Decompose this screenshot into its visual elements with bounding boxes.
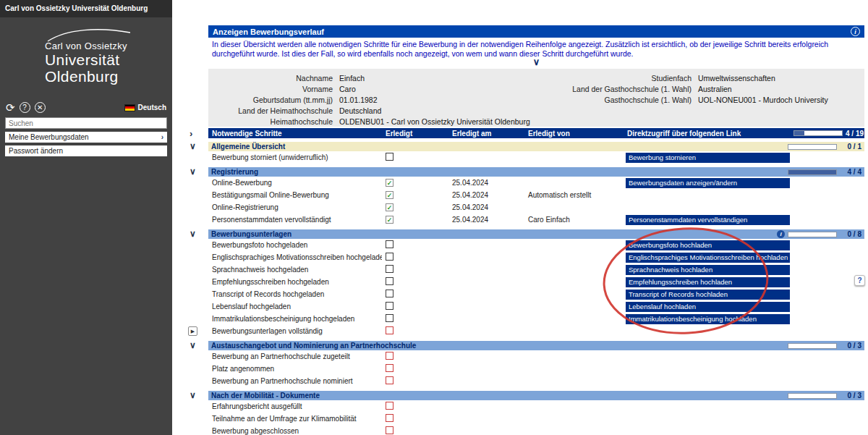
step-action-button[interactable]: Bewerbungsfoto hochladen bbox=[626, 240, 790, 250]
collapse-row: ∨ bbox=[208, 59, 864, 67]
table-row: Online-Registrierung✓25.04.2024 bbox=[208, 201, 864, 214]
personal-field-label: Heimathochschule bbox=[208, 117, 333, 127]
step-checkbox[interactable]: ✓ bbox=[386, 216, 393, 224]
section-info-icon[interactable]: i bbox=[777, 230, 785, 238]
language-switch[interactable]: Deutsch bbox=[124, 104, 166, 111]
sidebar-item-meine-bewerbungsdaten[interactable]: Meine Bewerbungsdaten › bbox=[5, 132, 167, 143]
step-checkbox[interactable] bbox=[386, 265, 393, 273]
step-checkbox[interactable] bbox=[386, 376, 393, 384]
step-action-button[interactable]: Bewerbungsdaten anzeigen/ändern bbox=[626, 178, 790, 188]
step-name-cell: Personenstammdaten vervollständigt bbox=[208, 216, 382, 224]
section-title: Registrierung bbox=[211, 168, 258, 176]
step-label: Bewerbung abgeschlossen bbox=[212, 427, 299, 435]
step-checkbox[interactable] bbox=[386, 326, 393, 334]
step-link-cell: Empfehlungsschreiben hochladen bbox=[624, 277, 792, 287]
section-progress: 4 / 4 bbox=[788, 168, 861, 176]
step-link-cell: Sprachnachweis hochladen bbox=[624, 265, 792, 275]
step-checkbox[interactable]: ✓ bbox=[386, 203, 393, 211]
step-action-button[interactable]: Immatrikulationsbescheinigung hochladen bbox=[626, 314, 790, 324]
help-icon[interactable]: ? bbox=[20, 102, 30, 113]
step-name-cell: Erfahrungsbericht ausgefüllt bbox=[208, 402, 382, 410]
step-action-button[interactable]: Lebenslauf hochladen bbox=[626, 302, 790, 312]
personal-field-label: Gasthochschule (1. Wahl) bbox=[483, 96, 692, 105]
section-collapse-chevron[interactable]: ∨ bbox=[190, 143, 196, 151]
steps-table-body: ∨Allgemeine Übersicht0 / 1Bewerbung stor… bbox=[208, 142, 864, 435]
applicant-summary: NachnameEinfachVornameCaroGeburtsdatum (… bbox=[208, 69, 864, 127]
step-checkbox[interactable] bbox=[386, 240, 393, 248]
step-checkbox[interactable] bbox=[386, 426, 393, 434]
step-action-button[interactable]: Transcript of Records hochladen bbox=[626, 290, 790, 300]
step-by-cell: Caro Einfach bbox=[524, 216, 624, 224]
step-name-cell: Online-Registrierung bbox=[208, 203, 382, 211]
section-progress-bar bbox=[788, 343, 837, 349]
help-button[interactable]: ? bbox=[854, 275, 865, 286]
step-label: Bestätigungsmail Online-Bewerbung bbox=[212, 191, 329, 199]
step-label: Online-Bewerbung bbox=[212, 179, 272, 187]
collapse-details-chevron[interactable]: ∨ bbox=[533, 56, 540, 67]
step-action-button[interactable]: Bewerbung stornieren bbox=[626, 153, 790, 163]
table-row: Teilnahme an der Umfrage zur Klimamobili… bbox=[208, 413, 864, 425]
step-checkbox[interactable]: ✓ bbox=[386, 179, 393, 187]
table-row: Immatrikulationsbescheinigung hochgelade… bbox=[208, 313, 864, 325]
section-progress: i0 / 8 bbox=[777, 230, 861, 238]
step-done-cell bbox=[382, 364, 448, 373]
section-collapse-chevron[interactable]: ∨ bbox=[190, 342, 196, 350]
execute-step-button[interactable]: ▶ bbox=[188, 326, 197, 336]
section-collapse-chevron[interactable]: ∨ bbox=[190, 168, 196, 176]
step-checkbox[interactable] bbox=[386, 253, 393, 261]
german-flag-icon bbox=[124, 104, 135, 111]
step-checkbox[interactable] bbox=[386, 314, 393, 322]
step-checkbox[interactable] bbox=[386, 290, 393, 297]
page-title: Anzeigen Bewerbungsverlauf bbox=[213, 28, 324, 36]
step-checkbox[interactable] bbox=[386, 402, 393, 410]
step-action-button[interactable]: Sprachnachweis hochladen bbox=[626, 265, 790, 275]
step-name-cell: Teilnahme an der Umfrage zur Klimamobili… bbox=[208, 415, 382, 423]
main-area: Anzeigen Bewerbungsverlauf i In dieser Ü… bbox=[172, 0, 868, 435]
step-name-cell: Bewerbung an Partnerhochschule zugeteilt bbox=[208, 352, 382, 360]
step-checkbox[interactable] bbox=[386, 414, 393, 422]
step-done-cell bbox=[382, 302, 448, 311]
menu-item-label: Meine Bewerbungsdaten bbox=[9, 133, 89, 141]
table-collapse-chevron[interactable]: › bbox=[190, 130, 192, 138]
info-icon[interactable]: i bbox=[851, 27, 860, 36]
step-date-cell: 25.04.2024 bbox=[448, 216, 524, 224]
step-name-cell: Platz angenommen bbox=[208, 365, 382, 373]
step-done-cell bbox=[382, 253, 448, 262]
step-label: Bewerbung storniert (unwiderruflich) bbox=[212, 153, 328, 161]
step-checkbox[interactable] bbox=[386, 277, 393, 285]
step-action-button[interactable]: Englischsprachiges Motivationsschreiben … bbox=[626, 253, 790, 263]
section-header: ∨Austauschangebot und Nominierung an Par… bbox=[208, 341, 864, 350]
column-header-erledigt-am: Erledigt am bbox=[448, 130, 524, 138]
close-icon[interactable]: ✕ bbox=[35, 102, 46, 113]
step-checkbox[interactable] bbox=[386, 302, 393, 310]
step-label: Platz angenommen bbox=[212, 365, 274, 373]
section-title: Nach der Mobilität - Dokumente bbox=[211, 392, 320, 400]
personal-field-label: Geburtsdatum (tt.mm.jj) bbox=[208, 96, 333, 105]
step-action-button[interactable]: Personenstammdaten vervollständigen bbox=[626, 215, 790, 225]
section-progress-count: 0 / 3 bbox=[840, 342, 861, 350]
step-action-button[interactable]: Empfehlungsschreiben hochladen bbox=[626, 277, 790, 287]
section-header: ∨Registrierung4 / 4 bbox=[208, 167, 864, 177]
step-done-cell bbox=[382, 352, 448, 361]
table-row: Transcript of Records hochgeladenTranscr… bbox=[208, 288, 864, 300]
step-checkbox[interactable] bbox=[386, 153, 393, 161]
sidebar-icon-row: ⟳ ? ✕ Deutsch bbox=[6, 102, 166, 113]
step-name-cell: Bewerbungsunterlagen vollständig bbox=[208, 327, 382, 335]
table-row: Personenstammdaten vervollständigt✓25.04… bbox=[208, 214, 864, 226]
step-done-cell bbox=[382, 153, 448, 162]
sidebar: Carl von Ossietzky Universität Oldenburg… bbox=[0, 0, 172, 435]
refresh-icon[interactable]: ⟳ bbox=[6, 102, 15, 113]
section-collapse-chevron[interactable]: ∨ bbox=[190, 392, 196, 400]
section-collapse-chevron[interactable]: ∨ bbox=[190, 230, 196, 238]
sidebar-item-passwort-aendern[interactable]: Passwort ändern bbox=[5, 145, 167, 156]
step-checkbox[interactable] bbox=[386, 364, 393, 372]
search-input[interactable] bbox=[5, 117, 167, 129]
step-label: Personenstammdaten vervollständigt bbox=[212, 216, 331, 224]
personal-field-value: Australien bbox=[698, 85, 828, 94]
step-checkbox[interactable] bbox=[386, 352, 393, 360]
window-title: Carl von Ossietzky Universität Oldenburg bbox=[0, 0, 172, 17]
step-label: Immatrikulationsbescheinigung hochgelade… bbox=[212, 315, 354, 323]
step-checkbox[interactable]: ✓ bbox=[386, 191, 393, 199]
table-row: Bewerbung an Partnerhochschule zugeteilt bbox=[208, 350, 864, 363]
step-label: Lebenslauf hochgeladen bbox=[212, 303, 291, 311]
